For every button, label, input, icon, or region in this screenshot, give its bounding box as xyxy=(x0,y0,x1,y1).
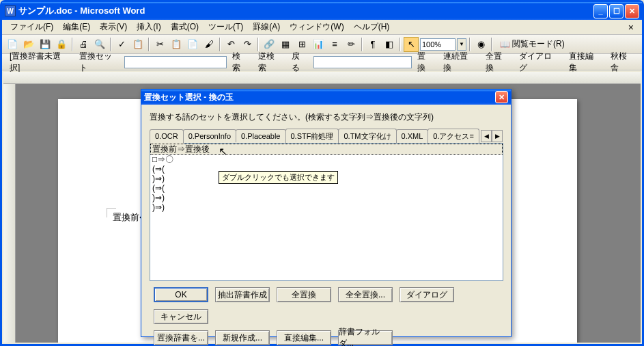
tab-ocr[interactable]: 0.OCR xyxy=(150,129,184,144)
drawing-icon[interactable]: ✏ xyxy=(344,37,359,52)
tabs-scroll-left[interactable]: ◀ xyxy=(481,130,492,142)
cancel-button[interactable]: キャンセル xyxy=(154,309,208,324)
window-title: サンプル.doc - Microsoft Word xyxy=(18,5,593,17)
list-item[interactable]: 置換前⇒置換後 xyxy=(150,144,503,155)
ok-button[interactable]: OK xyxy=(154,287,208,302)
list-item[interactable]: □⇒〇 xyxy=(150,155,503,164)
tab-placeable[interactable]: 0.Placeable xyxy=(236,129,286,142)
titlebar: W サンプル.doc - Microsoft Word _ ☐ ✕ xyxy=(2,2,642,20)
direct-edit-button2[interactable]: 直接編集... xyxy=(277,330,331,345)
menubar: ファイル(F) 編集(E) 表示(V) 挿入(I) 書式(O) ツール(T) 罫… xyxy=(2,20,642,35)
menu-table[interactable]: 罫線(A) xyxy=(249,20,284,34)
replace-listbox[interactable]: 置換前⇒置換後 □⇒〇 (⇒( )⇒) (⇒( )⇒) )⇒) ↖ ダブルクリッ… xyxy=(150,143,503,281)
search-input[interactable] xyxy=(124,56,226,68)
copy-icon[interactable]: 📋 xyxy=(169,37,184,52)
all-all-replace-button[interactable]: 全全置換... xyxy=(338,287,393,302)
minimize-button[interactable]: _ xyxy=(593,4,608,18)
dialog-instruction: 置換する語のセットを選択してください。(検索する文字列⇒置換後の文字列) xyxy=(150,111,503,123)
tab-personinfo[interactable]: 0.PersonInfo xyxy=(183,129,236,142)
word-app-icon: W xyxy=(5,5,16,16)
list-item[interactable]: (⇒( xyxy=(150,183,503,193)
close-button[interactable]: ✕ xyxy=(625,4,639,18)
format-painter-icon[interactable]: 🖌 xyxy=(201,37,216,52)
tab-xml[interactable]: 0.XML xyxy=(396,129,429,142)
dialog-titlebar: 置換セット選択 - 換の玉 ✕ xyxy=(141,90,511,105)
cut-icon[interactable]: ✂ xyxy=(152,37,167,52)
replace-input[interactable] xyxy=(313,56,412,68)
excel-icon[interactable]: 📊 xyxy=(311,37,326,52)
dict-to-button[interactable]: 置換辞書を... xyxy=(154,330,208,345)
tabs-row: 0.OCR 0.PersonInfo 0.Placeable 0.STF前処理 … xyxy=(150,129,503,143)
menu-format[interactable]: 書式(O) xyxy=(167,20,203,34)
research-icon[interactable]: 📋 xyxy=(130,37,145,52)
menu-view[interactable]: 表示(V) xyxy=(96,20,131,34)
columns-icon[interactable]: ≡ xyxy=(327,37,342,52)
menu-window[interactable]: ウィンドウ(W) xyxy=(285,20,348,34)
menu-edit[interactable]: 編集(E) xyxy=(59,20,94,34)
new-button[interactable]: 新規作成... xyxy=(215,330,270,345)
tabs-scroll-right[interactable]: ▶ xyxy=(492,130,503,142)
tab-stf[interactable]: 0.STF前処理 xyxy=(285,129,339,144)
menu-insert[interactable]: 挿入(I) xyxy=(132,20,165,34)
horizontal-ruler[interactable] xyxy=(3,72,641,84)
extract-dict-button[interactable]: 抽出辞書作成 xyxy=(215,287,270,302)
docmap-icon[interactable]: ¶ xyxy=(365,37,380,52)
menu-tools[interactable]: ツール(T) xyxy=(204,20,247,34)
doc-close-button[interactable]: × xyxy=(624,22,638,33)
list-item[interactable]: )⇒) xyxy=(150,202,503,212)
tab-tm[interactable]: 0.TM文字化け xyxy=(338,129,396,144)
dict-folder-button[interactable]: 辞書フォルダ... xyxy=(338,330,393,345)
menu-help[interactable]: ヘルプ(H) xyxy=(350,20,394,34)
menu-file[interactable]: ファイル(F) xyxy=(6,20,57,34)
list-item[interactable]: )⇒) xyxy=(150,193,503,202)
tab-access[interactable]: 0.アクセス= xyxy=(428,129,479,144)
showhide-icon[interactable]: ◧ xyxy=(382,37,397,52)
dialog-close-button[interactable]: ✕ xyxy=(495,91,508,103)
replace-set-dialog: 置換セット選択 - 換の玉 ✕ 置換する語のセットを選択してください。(検索する… xyxy=(141,89,512,337)
main-window: W サンプル.doc - Microsoft Word _ ☐ ✕ ファイル(F… xyxy=(0,0,644,346)
replace-toolbar: [置換辞書未選択] 置換セット 検索 逆検索 戻る 置換 連続置換 全置換 ダイ… xyxy=(2,54,642,70)
dialog-title: 置換セット選択 - 換の玉 xyxy=(144,92,495,103)
tooltip: ダブルクリックでも選択できます xyxy=(219,171,338,184)
all-replace-button2[interactable]: 全置換 xyxy=(277,287,331,302)
paste-icon[interactable]: 📄 xyxy=(185,37,200,52)
vertical-ruler[interactable] xyxy=(3,84,16,343)
maximize-button[interactable]: ☐ xyxy=(609,4,624,18)
dialog-button2[interactable]: ダイアログ xyxy=(400,287,454,302)
